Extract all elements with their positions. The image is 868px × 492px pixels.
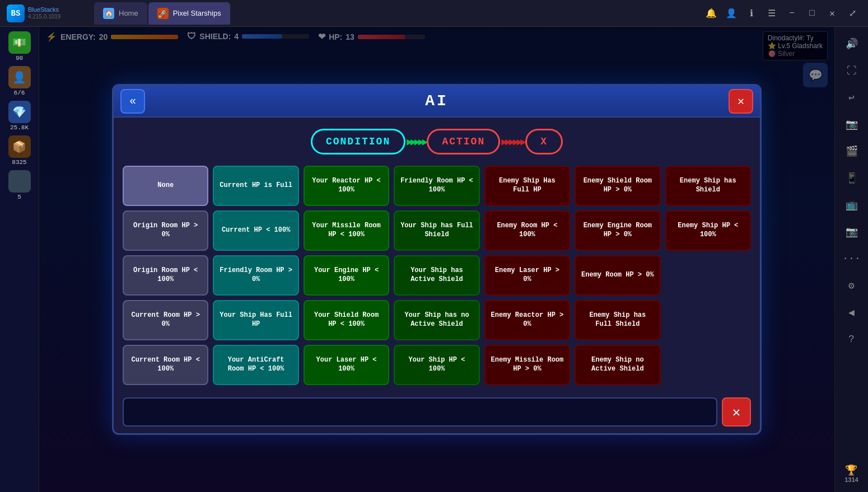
flow-diagram: CONDITION ▶▶▶▶▶ ACTION ▶▶▶▶▶▶ X — [114, 118, 760, 160]
grid-cell-3-2[interactable]: Your Shield Room HP < 100% — [304, 300, 389, 340]
close-window-button[interactable]: ✕ — [825, 7, 839, 20]
resource2-value: 8325 — [12, 159, 26, 166]
rotate-button[interactable]: ↩ — [839, 85, 864, 110]
grid-cell-4-0[interactable]: Current Room HP < 100% — [123, 345, 208, 385]
grid-cell-0-6[interactable]: Enemy Ship has Shield — [665, 166, 751, 206]
modal-overlay: « AI ✕ CONDITION ▶▶▶▶▶ ACTION ▶▶▶▶▶▶ X N… — [39, 27, 834, 492]
screenshot-button[interactable]: 📷 — [839, 112, 864, 137]
account-icon[interactable]: 👤 — [725, 7, 738, 20]
settings-button[interactable]: ⚙ — [839, 273, 864, 298]
modal-title: AI — [425, 92, 449, 110]
game-tab-icon: 🚀 — [157, 8, 169, 19]
resource3-icon — [8, 170, 31, 193]
ai-modal: « AI ✕ CONDITION ▶▶▶▶▶ ACTION ▶▶▶▶▶▶ X N… — [112, 84, 762, 435]
help-icon[interactable]: ℹ — [745, 7, 758, 20]
tv-button[interactable]: 📺 — [839, 193, 864, 217]
topbar-right: 🔔 👤 ℹ ☰ − □ ✕ ⤢ — [704, 7, 868, 20]
grid-cell-1-1[interactable]: Current HP < 100% — [213, 210, 298, 251]
bottom-bar: ✕ — [114, 391, 760, 433]
grid-cell-0-2[interactable]: Your Reactor HP < 100% — [304, 166, 389, 206]
grid-cell-0-4[interactable]: Enemy Ship Has Full HP — [484, 166, 570, 206]
volume-button[interactable]: 🔊 — [839, 31, 864, 56]
more-button[interactable]: ··· — [839, 246, 864, 271]
level-icon: 👤 — [8, 66, 31, 88]
grid-cell-1-2[interactable]: Your Missile Room HP < 100% — [304, 210, 389, 251]
currency-item[interactable]: 💵 90 — [4, 31, 35, 62]
help-sidebar-button[interactable]: ? — [839, 327, 864, 352]
resource3-item[interactable]: 5 — [4, 170, 35, 200]
back-button[interactable]: ◀ — [839, 300, 864, 325]
right-sidebar: 🔊 ⛶ ↩ 📷 🎬 📱 📺 📷 ··· ⚙ ◀ ? 🏆 1314 — [834, 27, 868, 492]
condition-grid: NoneCurrent HP is FullYour Reactor HP < … — [114, 160, 760, 391]
grid-cell-3-6 — [665, 300, 751, 340]
modal-back-button[interactable]: « — [120, 89, 145, 114]
search-input[interactable] — [123, 397, 717, 427]
modal-header: « AI ✕ — [114, 86, 760, 118]
grid-cell-2-1[interactable]: Friendly Room HP > 0% — [213, 255, 298, 296]
flow-action-node[interactable]: ACTION — [427, 129, 500, 154]
grid-cell-4-4[interactable]: Enemy Missile Room HP > 0% — [484, 345, 570, 385]
minimize-button[interactable]: − — [785, 7, 799, 20]
resource1-value: 25.8K — [10, 124, 29, 131]
topbar: BS BlueStacks 4.215.0.1019 🏠 Home 🚀 Pixe… — [0, 0, 868, 27]
flow-arrow-2: ▶▶▶▶▶▶ — [500, 135, 525, 148]
bluestacks-icon: BS — [7, 4, 25, 22]
fullscreen-button[interactable]: ⛶ — [839, 58, 864, 83]
grid-cell-3-0[interactable]: Current Room HP > 0% — [123, 300, 208, 340]
level-value: 6/6 — [14, 90, 25, 96]
currency-icon: 💵 — [8, 31, 31, 54]
restore-button[interactable]: ⤢ — [846, 7, 859, 20]
grid-cell-1-0[interactable]: Origin Room HP > 0% — [123, 210, 208, 251]
tab-home[interactable]: 🏠 Home — [94, 2, 147, 25]
left-sidebar: 💵 90 👤 6/6 💎 25.8K 📦 8325 5 — [0, 27, 39, 492]
camera-button[interactable]: 📷 — [839, 219, 864, 244]
grid-cell-3-3[interactable]: Your Ship has no Active Shield — [394, 300, 479, 340]
menu-icon[interactable]: ☰ — [765, 7, 778, 20]
record-button[interactable]: 🎬 — [839, 139, 864, 163]
grid-cell-3-1[interactable]: Your Ship Has Full HP — [213, 300, 298, 340]
tab-bar: 🏠 Home 🚀 Pixel Starships — [90, 0, 230, 26]
level-item[interactable]: 👤 6/6 — [4, 66, 35, 96]
currency-value: 90 — [16, 55, 23, 62]
grid-cell-2-6 — [665, 255, 751, 296]
grid-cell-4-2[interactable]: Your Laser HP < 100% — [304, 345, 389, 385]
notification-icon[interactable]: 🔔 — [704, 7, 718, 20]
game-area: ⚡ ENERGY: 20 🛡 SHIELD: 4 ❤ HP: 13 Din — [39, 27, 834, 492]
flow-condition-node[interactable]: CONDITION — [311, 129, 405, 154]
flow-x-node[interactable]: X — [525, 129, 563, 154]
grid-cell-1-5[interactable]: Enemy Engine Room HP > 0% — [575, 210, 660, 251]
grid-cell-4-5[interactable]: Enemy Ship no Active Shield — [575, 345, 660, 385]
grid-cell-2-3[interactable]: Your Ship has Active Shield — [394, 255, 479, 296]
maximize-button[interactable]: □ — [805, 7, 819, 20]
flow-arrow-1: ▶▶▶▶▶ — [405, 135, 427, 148]
grid-cell-3-4[interactable]: Enemy Reactor HP > 0% — [484, 300, 570, 340]
trophy-score: 🏆 1314 — [840, 460, 862, 488]
grid-cell-1-4[interactable]: Enemy Room HP < 100% — [484, 210, 570, 251]
grid-cell-2-2[interactable]: Your Engine HP < 100% — [304, 255, 389, 296]
bluestacks-text: BlueStacks 4.215.0.1019 — [28, 6, 60, 20]
grid-cell-1-3[interactable]: Your Ship has Full Shield — [394, 210, 479, 251]
grid-cell-0-1[interactable]: Current HP is Full — [213, 166, 298, 206]
resource2-item[interactable]: 📦 8325 — [4, 135, 35, 166]
grid-cell-2-4[interactable]: Enemy Laser HP > 0% — [484, 255, 570, 296]
grid-cell-3-5[interactable]: Enemy Ship has Full Shield — [575, 300, 660, 340]
grid-cell-2-0[interactable]: Origin Room HP < 100% — [123, 255, 208, 296]
modal-close-button[interactable]: ✕ — [729, 89, 753, 114]
resource1-icon: 💎 — [8, 101, 31, 123]
grid-cell-2-5[interactable]: Enemy Room HP > 0% — [575, 255, 660, 296]
phone-button[interactable]: 📱 — [839, 166, 864, 190]
resource1-item[interactable]: 💎 25.8K — [4, 101, 35, 131]
resource2-icon: 📦 — [8, 135, 31, 158]
resource3-value: 5 — [17, 194, 21, 200]
grid-cell-0-3[interactable]: Friendly Room HP < 100% — [394, 166, 479, 206]
grid-cell-4-6 — [665, 345, 751, 385]
home-tab-icon: 🏠 — [103, 8, 114, 19]
grid-cell-0-5[interactable]: Enemy Shield Room HP > 0% — [575, 166, 660, 206]
grid-cell-4-3[interactable]: Your Ship HP < 100% — [394, 345, 479, 385]
tab-game[interactable]: 🚀 Pixel Starships — [148, 2, 230, 25]
grid-cell-0-0[interactable]: None — [123, 166, 208, 206]
grid-cell-1-6[interactable]: Enemy Ship HP < 100% — [665, 210, 751, 251]
bottom-cancel-button[interactable]: ✕ — [722, 397, 751, 427]
bluestacks-logo: BS BlueStacks 4.215.0.1019 — [0, 4, 90, 22]
grid-cell-4-1[interactable]: Your AntiCraft Room HP < 100% — [213, 345, 298, 385]
